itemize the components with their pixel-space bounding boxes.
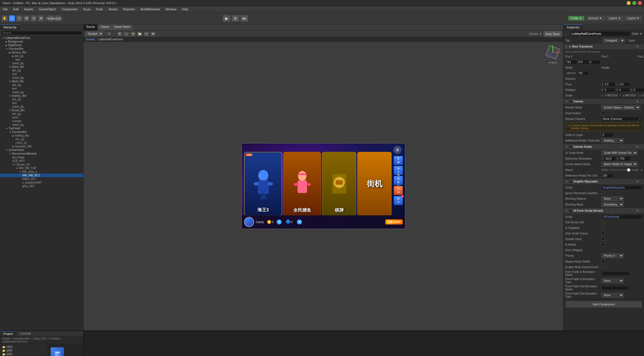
ui-form-script-header[interactable]: ▼ ✓ UI Form Script (Script) ⚙ ⋯ (564, 208, 644, 214)
render-mode-select[interactable]: Screen Space - Camera (601, 105, 640, 110)
service-btn[interactable]: 客服 (394, 156, 403, 165)
active-toggle[interactable]: ✓ (565, 32, 569, 35)
height-field[interactable] (577, 71, 589, 75)
custom-tool[interactable]: ⊕ (38, 15, 44, 21)
tree-item-maskbg2[interactable]: mask_bg (0, 76, 83, 80)
tree-item-maskbg6[interactable]: mask_bg (0, 141, 83, 145)
ptree-1004[interactable]: 📁1004 (0, 345, 47, 349)
menu-file[interactable]: File (2, 7, 9, 11)
pixel-perfect-toggle[interactable] (601, 112, 605, 115)
ptree-1006[interactable]: 📁1006 (0, 352, 47, 356)
fog-btn[interactable]: 〜 (144, 32, 149, 36)
play-button[interactable]: ▶ (223, 15, 230, 22)
tab-inspector[interactable]: Inspector (564, 24, 583, 30)
add-gold-button[interactable]: + (277, 219, 282, 224)
tree-item-emailbtn[interactable]: ▼ Email_Btn (0, 108, 83, 112)
singleton-toggle[interactable]: ✓ (601, 226, 605, 229)
multi-click-toggle[interactable]: ✓ (601, 265, 605, 269)
canvas-scaler-header[interactable]: ▼ ✓ Canvas Scaler ⚙ ⋯ (564, 144, 644, 150)
tree-item-btnbg1[interactable]: ▶ btn_bg (0, 54, 83, 58)
tree-item-toppanel[interactable]: ▼ TopPanel (0, 127, 83, 130)
tree-item-canvasd1[interactable]: ▼ Canvas_D1 (0, 163, 83, 166)
collab-button[interactable]: Collab ▼ (568, 16, 584, 21)
menu-assets2[interactable]: Assets (107, 7, 119, 11)
tree-item-btnbg2[interactable]: btn_bg (0, 69, 83, 72)
menu-component[interactable]: Component (60, 7, 78, 11)
rect-tool[interactable]: ⊡ (31, 15, 37, 21)
tree-item-maskbg1[interactable]: mask_bg (0, 61, 83, 65)
tree-item-functionbtn2[interactable]: ▼ FunctionBtn (0, 130, 83, 134)
disable-input-toggle[interactable] (601, 237, 605, 241)
screen-match-select[interactable]: Match Width Or Height (601, 162, 638, 167)
additional-shader-select[interactable]: Nothing (601, 138, 624, 143)
menu-gameobject[interactable]: GameObject (38, 7, 57, 11)
ignore-reversed-toggle[interactable]: ✓ (601, 191, 605, 195)
tree-item-maskbg3[interactable]: mask_bg (0, 90, 83, 94)
tree-item-text1[interactable]: text (0, 58, 83, 61)
move-tool[interactable]: ✛ (9, 15, 15, 21)
lighting-btn[interactable]: ☀ (117, 32, 122, 36)
is-modal-toggle[interactable] (601, 243, 605, 246)
object-name-field[interactable]: LobbyHallCoreForm (570, 31, 630, 36)
menu-assets[interactable]: Assets (23, 7, 35, 11)
fade-out-name-field[interactable] (601, 286, 629, 290)
tree-item-lobbyHallCoreForm[interactable]: ▼ LobbyHallCoreForm (0, 36, 83, 40)
ref-res-x[interactable] (604, 157, 616, 161)
ptree-1005[interactable]: 📁1005 (0, 349, 47, 352)
tree-item-hwshoul[interactable]: ▼ HW_shou_L (0, 170, 83, 174)
blocking-mask-select[interactable]: Everything (601, 202, 624, 207)
tree-item-centerpanel[interactable]: ▼ CenterPanel (0, 148, 83, 152)
scale-x[interactable] (604, 93, 619, 98)
back-button[interactable]: ⬅ Back (549, 61, 557, 64)
render-mode-dropdown[interactable]: Shaded (85, 31, 103, 36)
ui-scale-mode-select[interactable]: Scale With Screen Size (601, 150, 638, 155)
add-component-button[interactable]: Add Component (566, 301, 642, 307)
tree-item-gamitembtn[interactable]: ▶ GamItem_Btn (0, 145, 83, 148)
tree-item-recommendmodule[interactable]: ▼ RecommendModule (0, 152, 83, 155)
tree-item-text3[interactable]: text (0, 87, 83, 90)
tab-hierarchy[interactable]: Hierarchy (0, 24, 20, 30)
menu-help[interactable]: Help (181, 7, 190, 11)
tree-item-settingbtn[interactable]: ▶ Setting_Btn (0, 134, 83, 137)
pos-x-field[interactable] (565, 60, 577, 64)
settings-gear-icon[interactable]: ⚙ (393, 146, 402, 154)
tree-item-background[interactable]: ▶ Background (0, 40, 83, 43)
pos-z-field[interactable] (589, 60, 600, 64)
rect-transform-header[interactable]: ▼ ⊞ Rect Transform ⚙ ⋯ (564, 44, 644, 50)
rotate-tool[interactable]: ↻ (16, 15, 22, 21)
tree-item-btnbg4[interactable]: btn_bg (0, 98, 83, 101)
fx-btn[interactable]: ✦ (131, 32, 136, 36)
match-slider-track[interactable] (609, 169, 630, 170)
audio-btn[interactable]: ♪ (124, 32, 129, 36)
tree-item-number[interactable]: number (0, 119, 83, 123)
minimize-button[interactable] (627, 1, 631, 5)
canvas-enable-toggle[interactable]: ✓ (569, 100, 572, 103)
tab-project[interactable]: Project (0, 331, 16, 336)
ui-form-enable[interactable]: ✓ (569, 209, 572, 212)
scene-view[interactable]: ⚙ 客服 排行 储值银行 活动 邮件 (83, 42, 563, 330)
hand-tool[interactable]: ✋ (2, 15, 8, 21)
always-keep-toggle[interactable] (601, 260, 605, 263)
scale-tool[interactable]: ⊞ (23, 15, 30, 21)
menu-xlua[interactable]: XLua (82, 7, 91, 11)
fade-out-type-select[interactable]: None (601, 293, 624, 298)
tab-asset-store[interactable]: Asset Store (112, 24, 133, 30)
rot-x[interactable] (604, 88, 615, 92)
rot-z[interactable] (633, 88, 644, 92)
scene-gizmo[interactable] (544, 44, 561, 61)
tree-item-functionbtn[interactable]: ▼ FunctionBtn (0, 47, 83, 51)
auto-save-btn[interactable]: Auto Save (544, 31, 562, 37)
pos-y-field[interactable] (577, 60, 589, 64)
menu-window[interactable]: Window (164, 7, 178, 11)
tree-item-ssequence957[interactable]: s_sequence957 (0, 181, 83, 184)
pivot-center-btn[interactable]: Center (48, 15, 54, 21)
account-button[interactable]: Account ▼ (586, 16, 605, 21)
tree-item-btnbg5[interactable]: btn_bg (0, 112, 83, 116)
activity-btn[interactable]: 活动 (394, 186, 403, 195)
pivot-y[interactable] (619, 82, 630, 86)
tree-item-maskbg5[interactable]: mask_bg (0, 123, 83, 127)
tree-item-point[interactable]: point (0, 116, 83, 119)
fade-in-name-field[interactable] (601, 271, 629, 276)
scale-y[interactable] (622, 93, 637, 98)
hide-under-toggle[interactable] (601, 232, 605, 235)
